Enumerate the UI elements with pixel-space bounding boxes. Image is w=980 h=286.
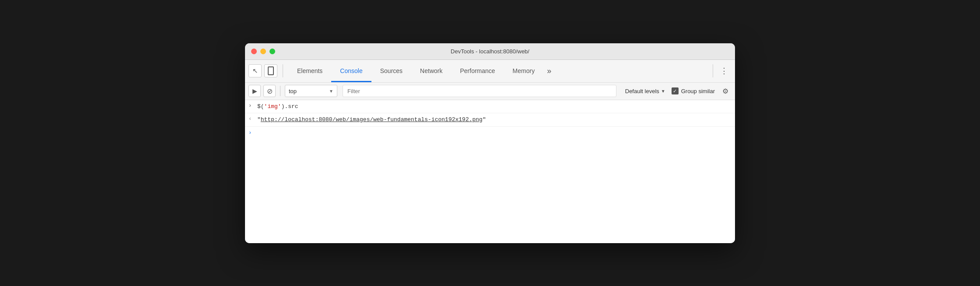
default-levels-button[interactable]: Default levels ▼: [622, 85, 669, 97]
console-result-code: "http://localhost:8080/web/images/web-fu…: [257, 115, 732, 124]
tab-sources[interactable]: Sources: [371, 60, 411, 82]
toolbar-icons: ↖: [248, 64, 283, 77]
code-string-img: 'img': [264, 103, 281, 110]
titlebar: DevTools - localhost:8080/web/: [245, 43, 735, 60]
context-dropdown-arrow: ▼: [329, 89, 333, 94]
console-toolbar: ▶ ⊘ top ▼ Default levels ▼ ✓ Group simil…: [245, 83, 735, 100]
gear-icon: ⚙: [722, 87, 728, 95]
console-input-line: › $('img').src: [245, 100, 735, 114]
result-link[interactable]: http://localhost:8080/web/images/web-fun…: [261, 116, 483, 123]
devtools-window: DevTools - localhost:8080/web/ ↖ Element…: [245, 43, 735, 243]
default-levels-arrow: ▼: [661, 89, 665, 94]
open-quote: ": [257, 116, 261, 123]
console-input-code: $('img').src: [257, 102, 732, 111]
minimize-button[interactable]: [260, 49, 266, 54]
settings-button[interactable]: ⚙: [719, 85, 732, 97]
console-prompt-line[interactable]: ›: [245, 127, 735, 139]
group-similar-area: ✓ Group similar: [672, 87, 715, 94]
mobile-icon: [268, 66, 274, 75]
mobile-icon-button[interactable]: [264, 64, 277, 77]
group-similar-checkbox[interactable]: ✓: [672, 87, 679, 94]
checkmark-icon: ✓: [673, 88, 677, 94]
tab-separator: [713, 64, 713, 77]
window-controls: [251, 49, 275, 54]
tabs-container: Elements Console Sources Network Perform…: [288, 60, 709, 82]
maximize-button[interactable]: [270, 49, 275, 54]
console-output: › $('img').src ‹ "http://localhost:8080/…: [245, 100, 735, 243]
toolbar-separator: [280, 86, 280, 96]
tab-bar: ↖ Elements Console Sources Network Perfo…: [245, 60, 735, 83]
kebab-menu-button[interactable]: ⋮: [717, 66, 732, 76]
show-drawer-button[interactable]: ▶: [248, 85, 261, 97]
window-title: DevTools - localhost:8080/web/: [451, 48, 529, 55]
code-suffix: ).src: [281, 103, 298, 110]
tab-memory[interactable]: Memory: [504, 60, 544, 82]
console-result-line: ‹ "http://localhost:8080/web/images/web-…: [245, 113, 735, 127]
tab-console[interactable]: Console: [331, 60, 371, 82]
result-arrow: ‹: [248, 115, 257, 122]
input-arrow: ›: [248, 102, 257, 109]
default-levels-label: Default levels: [625, 88, 659, 94]
close-quote: ": [483, 116, 486, 123]
clear-icon: ⊘: [267, 87, 273, 95]
tab-elements[interactable]: Elements: [288, 60, 331, 82]
group-similar-label: Group similar: [681, 88, 715, 94]
cursor-icon-button[interactable]: ↖: [248, 64, 262, 77]
context-selector[interactable]: top ▼: [285, 85, 337, 97]
prompt-arrow: ›: [248, 129, 257, 136]
cursor-icon: ↖: [252, 67, 258, 75]
tab-network[interactable]: Network: [411, 60, 451, 82]
tab-performance[interactable]: Performance: [451, 60, 504, 82]
filter-input[interactable]: [343, 85, 616, 97]
close-button[interactable]: [251, 49, 257, 54]
context-value: top: [289, 88, 297, 94]
more-tabs-button[interactable]: »: [543, 66, 555, 76]
show-drawer-icon: ▶: [252, 87, 257, 94]
clear-console-button[interactable]: ⊘: [263, 85, 276, 97]
console-window: › $('img').src ‹ "http://localhost:8080/…: [245, 100, 735, 243]
code-dollar: $(: [257, 103, 264, 110]
